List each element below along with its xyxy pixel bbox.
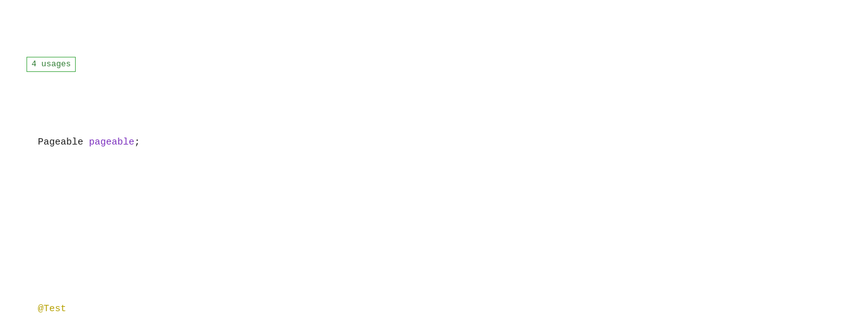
pageable-semi: ; [134, 137, 140, 148]
line-pageable: Pageable pageable; [15, 120, 853, 165]
line-annotation: @Test [15, 287, 853, 332]
code-block: 4 usages Pageable pageable; @Test void s… [15, 11, 853, 332]
annotation-text: @Test [38, 304, 66, 314]
pageable-var: pageable [89, 137, 134, 148]
blank-line-1 [15, 211, 853, 226]
usages-badge[interactable]: 4 usages [26, 57, 76, 72]
pageable-type: Pageable [38, 137, 89, 148]
